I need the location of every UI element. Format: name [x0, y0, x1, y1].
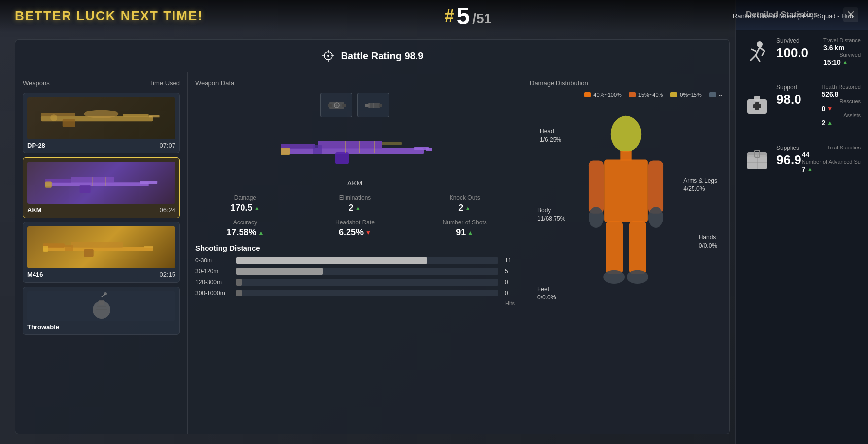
sd-label-120-300: 120-300m — [195, 279, 232, 286]
hit-label-arms-legs: Arms & Legs 4/25.0% — [683, 177, 717, 193]
hit-hits-head: 1/6.25% — [540, 136, 561, 144]
weapon-display-img — [276, 125, 434, 174]
supplies-icon — [743, 146, 770, 173]
legend-color-low — [670, 92, 677, 97]
weapon-data-title: Weapon Data — [195, 79, 515, 87]
damage-label: Damage — [195, 194, 295, 201]
svg-rect-65 — [629, 221, 646, 274]
weapon-item-akm[interactable]: AKM 06:24 — [23, 157, 180, 218]
travel-distance-value: 3.6 km — [823, 44, 861, 52]
svg-rect-76 — [754, 96, 760, 101]
svg-rect-47 — [318, 141, 382, 149]
eliminations-trend: ▲ — [355, 205, 361, 212]
supplies-value: 96.9 — [776, 152, 801, 168]
support-value: 98.0 — [776, 92, 801, 107]
advanced-supplies-label: Number of Advanced Su — [802, 159, 861, 165]
detailed-stats-panel: Detailed Statistics ✕ — [735, 0, 868, 444]
legend-label-high: 40%~100% — [593, 92, 622, 98]
supplies-sub: Total Supplies 44 Number of Advanced Su … — [802, 145, 861, 173]
svg-rect-36 — [342, 104, 346, 107]
svg-rect-25 — [84, 249, 93, 257]
medkit-icon — [743, 92, 770, 119]
assists-label: Assists — [822, 112, 861, 118]
legend-label-mid: 15%~40% — [638, 92, 663, 98]
sd-value-300-1000: 0 — [505, 290, 515, 296]
svg-line-72 — [760, 47, 764, 51]
legend-color-none — [709, 92, 716, 97]
headshot-label: Headshot Rate — [305, 219, 405, 226]
svg-rect-11 — [149, 115, 160, 117]
sd-row-120-300: 120-300m 0 — [195, 279, 515, 286]
svg-rect-17 — [80, 185, 91, 193]
sd-bar-container-0-30 — [236, 257, 498, 264]
hit-zone-feet: Feet — [537, 285, 556, 294]
weapon-m416-name: M416 — [27, 271, 43, 278]
sd-bar-container-120-300 — [236, 279, 498, 286]
damage-title: Damage Distribution — [530, 79, 722, 87]
throwable-svg — [82, 291, 121, 321]
svg-point-57 — [611, 116, 641, 152]
damage-panel: Damage Distribution 40%~100% 15%~40% 0%~… — [522, 72, 729, 434]
crosshair-icon — [321, 49, 335, 63]
headshot-trend: ▼ — [365, 229, 371, 236]
hit-zone-head: Head — [540, 127, 561, 136]
damage-trend: ▲ — [254, 205, 260, 212]
weapon-dp28-image — [27, 97, 175, 139]
rank-hash: # — [445, 6, 454, 27]
sd-value-0-30: 11 — [505, 257, 515, 264]
svg-point-67 — [627, 270, 648, 284]
svg-rect-60 — [589, 161, 604, 214]
sd-row-300-1000: 300-1000m 0 — [195, 290, 515, 296]
svg-line-71 — [756, 55, 760, 61]
sd-label-0-30: 0-30m — [195, 257, 232, 264]
weapon-display — [195, 125, 515, 174]
rank-total: /51 — [472, 11, 491, 27]
weapon-item-m416[interactable]: M416 02:15 — [23, 222, 180, 283]
accuracy-label: Accuracy — [195, 219, 295, 226]
rescues-label: Rescues — [822, 98, 861, 104]
result-text: BETTER LUCK NEXT TIME! — [15, 8, 203, 24]
time-used-label: Time Used — [149, 79, 180, 87]
svg-rect-64 — [606, 221, 623, 274]
svg-rect-61 — [648, 161, 663, 214]
survived-label: Survived — [776, 37, 808, 44]
support-section: Support 98.0 Health Restored 526.8 Rescu… — [743, 84, 861, 127]
svg-rect-55 — [382, 142, 402, 145]
eliminations-stat: Eliminations 2 ▲ — [305, 194, 405, 213]
svg-rect-58 — [620, 151, 631, 161]
svg-rect-29 — [99, 300, 104, 305]
sd-label-300-1000: 300-1000m — [195, 290, 232, 296]
svg-rect-78 — [753, 104, 761, 108]
knockouts-label: Knock Outs — [415, 194, 515, 201]
svg-rect-16 — [140, 181, 157, 183]
knockouts-trend: ▲ — [465, 205, 471, 212]
attachment-scope-icon — [327, 97, 347, 114]
weapon-throwable-info: Throwable — [27, 323, 175, 331]
svg-rect-7 — [41, 113, 75, 116]
weapon-dp28-time: 07:07 — [159, 142, 175, 149]
svg-point-8 — [84, 110, 118, 118]
legend-item-mid: 15%~40% — [629, 92, 663, 98]
svg-line-70 — [751, 55, 756, 60]
support-main: Support 98.0 — [776, 84, 801, 107]
total-supplies-label: Total Supplies — [802, 145, 861, 150]
weapons-header: Weapons Time Used — [23, 79, 180, 87]
knockouts-stat: Knock Outs 2 ▲ — [415, 194, 515, 213]
hit-label-hands: Hands 0/0.0% — [699, 233, 717, 250]
weapon-m416-info: M416 02:15 — [27, 271, 175, 278]
legend-item-none: -- — [709, 92, 722, 98]
legend-label-none: -- — [719, 92, 722, 98]
support-sub: Health Restored 526.8 Rescues 0 ▼ Assist… — [822, 84, 861, 127]
top-bar: BETTER LUCK NEXT TIME! # 5 /51 Ranked Cl… — [0, 0, 868, 32]
weapon-akm-time: 06:24 — [159, 206, 175, 214]
sd-bar-0-30 — [236, 257, 427, 264]
advanced-supplies-trend: ▲ — [807, 166, 813, 173]
divider-2 — [743, 137, 861, 137]
weapon-data-panel: Weapon Data — [188, 72, 522, 434]
weapon-item-throwable[interactable]: Throwable — [23, 287, 180, 335]
rescues-trend: ▼ — [827, 105, 833, 112]
attachment-slot-2 — [357, 93, 389, 117]
damage-body: Head 1/6.25% — [530, 108, 722, 320]
legend-item-low: 0%~15% — [670, 92, 701, 98]
weapon-item-dp28[interactable]: DP-28 07:07 — [23, 93, 180, 153]
